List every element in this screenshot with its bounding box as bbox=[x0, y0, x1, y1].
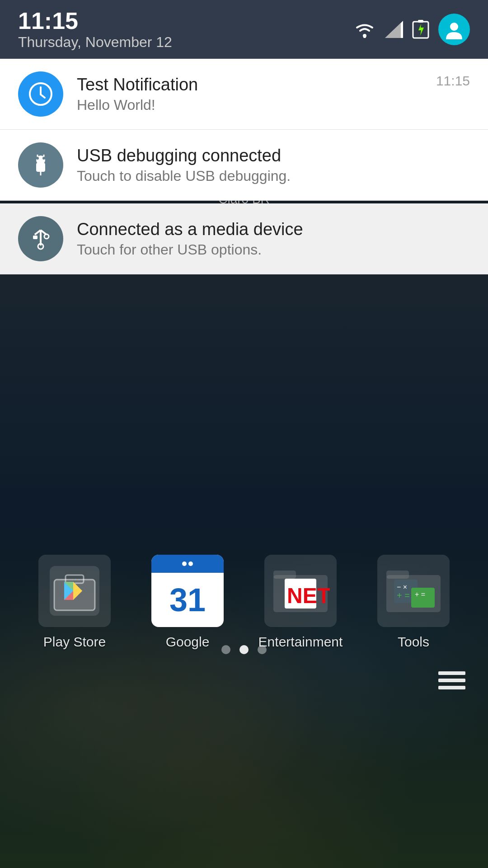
status-bar: 11:15 Thursday, November 12 bbox=[0, 0, 488, 59]
city-overlay bbox=[0, 461, 488, 868]
svg-point-11 bbox=[42, 157, 45, 160]
app-item-play-store[interactable]: Play Store bbox=[29, 555, 120, 650]
svg-marker-2 bbox=[385, 23, 401, 38]
avatar-icon[interactable] bbox=[438, 14, 470, 45]
calendar-icon: 31 bbox=[151, 555, 224, 627]
notification-test-icon bbox=[18, 71, 63, 117]
status-left: 11:15 Thursday, November 12 bbox=[18, 8, 172, 51]
svg-point-29 bbox=[182, 561, 187, 566]
app-grid: Play Store 31 Google bbox=[0, 555, 488, 650]
svg-line-8 bbox=[41, 94, 45, 98]
notification-test-title: Test Notification bbox=[77, 75, 422, 95]
user-avatar-svg bbox=[444, 19, 464, 39]
entertainment-folder-icon: NETFLIX bbox=[264, 555, 337, 627]
time-display: 11:15 bbox=[18, 8, 172, 34]
notification-usb-media-icon bbox=[18, 216, 63, 261]
page-indicators bbox=[0, 645, 488, 654]
svg-text:+   =: + = bbox=[415, 590, 425, 598]
notification-separator bbox=[0, 201, 488, 203]
play-store-icon bbox=[38, 555, 111, 627]
app-item-google-calendar[interactable]: 31 Google bbox=[142, 555, 233, 650]
play-store-logo bbox=[50, 566, 99, 616]
notification-usb-debug[interactable]: USB debugging connected Touch to disable… bbox=[0, 130, 488, 201]
svg-text:NETFLIX: NETFLIX bbox=[287, 584, 330, 608]
svg-point-0 bbox=[363, 34, 366, 38]
page-dot-1 bbox=[221, 645, 230, 654]
wifi-icon bbox=[353, 21, 376, 38]
notification-usb-media-content: Connected as a media device Touch for ot… bbox=[77, 219, 470, 259]
app-item-tools[interactable]: − × + = + = Tools bbox=[368, 555, 459, 650]
notification-usb-debug-icon bbox=[18, 142, 63, 188]
svg-point-5 bbox=[450, 23, 458, 31]
menu-line-1 bbox=[438, 671, 465, 675]
page-dot-2 bbox=[239, 645, 249, 654]
notification-usb-debug-content: USB debugging connected Touch to disable… bbox=[77, 146, 470, 185]
notification-usb-media-subtitle: Touch for other USB options. bbox=[77, 241, 470, 258]
bug-icon bbox=[28, 153, 53, 177]
calendar-top-bar bbox=[151, 555, 224, 573]
tools-folder-icon: − × + = + = bbox=[377, 555, 450, 627]
svg-rect-14 bbox=[36, 163, 45, 172]
status-right bbox=[353, 14, 470, 45]
signal-icon bbox=[385, 21, 403, 38]
svg-rect-4 bbox=[418, 20, 423, 23]
app-item-entertainment[interactable]: NETFLIX Entertainment bbox=[255, 555, 346, 650]
netflix-folder-svg: NETFLIX bbox=[271, 566, 330, 616]
notification-test-subtitle: Hello World! bbox=[77, 97, 422, 113]
notification-usb-media[interactable]: Connected as a media device Touch for ot… bbox=[0, 203, 488, 274]
svg-text:+   =: + = bbox=[397, 590, 410, 600]
notification-usb-debug-title: USB debugging connected bbox=[77, 146, 470, 166]
usb-icon bbox=[28, 226, 53, 251]
clock-icon bbox=[28, 82, 53, 106]
menu-icon[interactable] bbox=[438, 668, 465, 693]
notification-test-time: 11:15 bbox=[436, 73, 470, 89]
tools-folder-svg: − × + = + = bbox=[384, 566, 443, 616]
svg-text:−    ×: − × bbox=[397, 583, 407, 591]
notification-usb-media-title: Connected as a media device bbox=[77, 219, 470, 240]
battery-icon bbox=[412, 19, 429, 39]
menu-line-2 bbox=[438, 679, 465, 682]
menu-line-3 bbox=[438, 686, 465, 689]
calendar-day-number: 31 bbox=[151, 573, 224, 627]
page-dot-3 bbox=[258, 645, 267, 654]
notification-test[interactable]: Test Notification Hello World! 11:15 bbox=[0, 59, 488, 130]
svg-rect-19 bbox=[33, 236, 38, 239]
calendar-top-dots bbox=[181, 559, 194, 569]
notifications-panel: Test Notification Hello World! 11:15 USB… bbox=[0, 59, 488, 274]
notification-usb-debug-subtitle: Touch to disable USB debugging. bbox=[77, 168, 470, 184]
svg-point-20 bbox=[44, 234, 49, 239]
svg-point-30 bbox=[188, 561, 193, 566]
svg-rect-32 bbox=[273, 571, 296, 579]
notification-test-content: Test Notification Hello World! bbox=[77, 75, 422, 114]
svg-rect-36 bbox=[386, 571, 409, 579]
date-display: Thursday, November 12 bbox=[18, 34, 172, 51]
svg-point-10 bbox=[36, 157, 39, 160]
